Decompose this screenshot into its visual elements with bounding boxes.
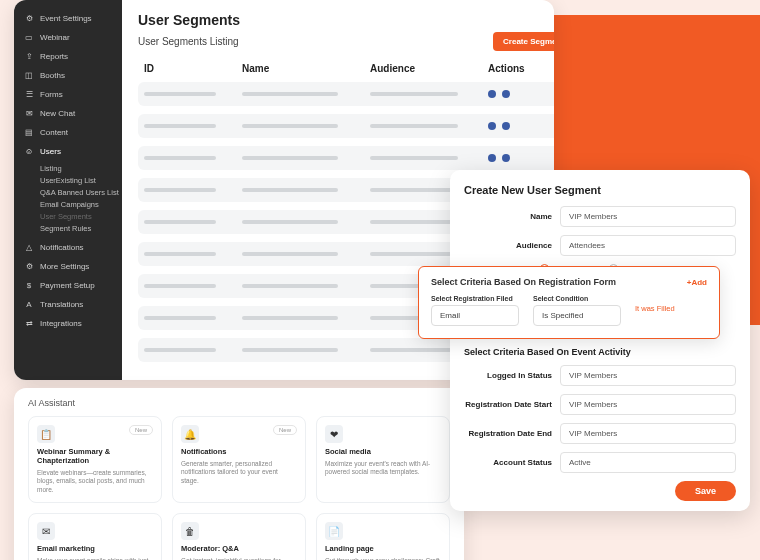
ai-assistant-panel: AI Assistant 📋NewWebinar Summary & Chapt…: [14, 388, 464, 560]
sidebar-item-content[interactable]: ▤Content: [14, 124, 122, 141]
ai-card[interactable]: ❤Social mediaMaximize your event's reach…: [316, 416, 450, 503]
monitor-icon: ▭: [24, 33, 34, 43]
skeleton: [370, 92, 458, 96]
sidebar-sub-listing[interactable]: Listing: [14, 164, 122, 173]
action-dot[interactable]: [502, 90, 510, 98]
reg-criteria-popout: Select Criteria Based On Registration Fo…: [418, 266, 720, 339]
skeleton: [144, 188, 216, 192]
create-segment-button[interactable]: Create Segment: [493, 32, 554, 51]
page-title: User Segments: [138, 12, 554, 28]
action-dot[interactable]: [502, 154, 510, 162]
ai-card-icon: 🔔: [181, 425, 199, 443]
sidebar-item-integrations[interactable]: ⇄Integrations: [14, 315, 122, 332]
action-dot[interactable]: [488, 154, 496, 162]
sidebar-item-new-chat[interactable]: ✉New Chat: [14, 105, 122, 122]
activity-field[interactable]: [560, 452, 736, 473]
skeleton: [370, 252, 458, 256]
ai-card-icon: 📄: [325, 522, 343, 540]
ai-card-icon: ✉: [37, 522, 55, 540]
name-field[interactable]: [560, 206, 736, 227]
sidebar-item-label: Translations: [40, 300, 83, 309]
sidebar-item-label: Payment Setup: [40, 281, 95, 290]
sidebar-item-more-settings[interactable]: ⚙More Settings: [14, 258, 122, 275]
reg-field-select[interactable]: Email: [431, 305, 519, 326]
skeleton: [144, 156, 216, 160]
col-actions: Actions: [488, 63, 554, 74]
form-title: Create New User Segment: [464, 184, 736, 196]
table-row[interactable]: [138, 146, 554, 170]
reg-cond-select[interactable]: Is Specified: [533, 305, 621, 326]
skeleton: [144, 220, 216, 224]
sidebar-item-translations[interactable]: ATranslations: [14, 296, 122, 313]
skeleton: [144, 348, 216, 352]
skeleton: [370, 188, 458, 192]
new-pill: New: [273, 425, 297, 435]
reg-filled-note: It was Filled: [635, 304, 675, 317]
ai-card[interactable]: ✉Email marketingMake your event emails s…: [28, 513, 162, 560]
page-subtitle: User Segments Listing: [138, 36, 239, 47]
activity-label: Registration Date End: [464, 429, 552, 438]
sidebar-item-webinar[interactable]: ▭Webinar: [14, 29, 122, 46]
activity-field[interactable]: [560, 365, 736, 386]
sidebar-item-reports[interactable]: ⇪Reports: [14, 48, 122, 65]
col-audience: Audience: [370, 63, 480, 74]
sidebar-item-label: More Settings: [40, 262, 89, 271]
skeleton: [242, 220, 338, 224]
payment-icon: $: [24, 281, 34, 291]
activity-section-title: Select Criteria Based On Event Activity: [464, 347, 736, 357]
row-actions: [488, 122, 554, 130]
sidebar-item-booths[interactable]: ◫Booths: [14, 67, 122, 84]
sidebar-item-label: Forms: [40, 90, 63, 99]
activity-field[interactable]: [560, 423, 736, 444]
skeleton: [144, 284, 216, 288]
col-name: Name: [242, 63, 362, 74]
name-label: Name: [464, 212, 552, 221]
ai-card[interactable]: 📋NewWebinar Summary & ChapterizationElev…: [28, 416, 162, 503]
action-dot[interactable]: [502, 122, 510, 130]
ai-card-icon: 📋: [37, 425, 55, 443]
sidebar-item-label: Booths: [40, 71, 65, 80]
ai-card[interactable]: 🗑Moderator: Q&AGet instant, insightful q…: [172, 513, 306, 560]
ai-card-title: Notifications: [181, 447, 297, 456]
ai-card-desc: Generate smarter, personalized notificat…: [181, 460, 297, 485]
ai-card[interactable]: 📄Landing pageCut through your copy chall…: [316, 513, 450, 560]
sidebar-item-users[interactable]: ☺Users: [14, 143, 122, 160]
sidebar-sub-segment-rules[interactable]: Segment Rules: [14, 224, 122, 233]
sidebar-sub-userexisting[interactable]: UserExisting List: [14, 176, 122, 185]
sidebar-item-payment[interactable]: $Payment Setup: [14, 277, 122, 294]
sidebar-sub-user-segments[interactable]: User Segments: [14, 212, 122, 221]
ai-card[interactable]: 🔔NewNotificationsGenerate smarter, perso…: [172, 416, 306, 503]
skeleton: [242, 92, 338, 96]
save-button[interactable]: Save: [675, 481, 736, 501]
sidebar-subgroup-users: Listing UserExisting List Q&A Banned Use…: [14, 162, 122, 237]
action-dot[interactable]: [488, 122, 496, 130]
sidebar-item-forms[interactable]: ☰Forms: [14, 86, 122, 103]
integrations-icon: ⇄: [24, 319, 34, 329]
ai-card-title: Social media: [325, 447, 441, 456]
sidebar-item-event-settings[interactable]: ⚙Event Settings: [14, 10, 122, 27]
new-pill: New: [129, 425, 153, 435]
skeleton: [144, 316, 216, 320]
ai-card-title: Landing page: [325, 544, 441, 553]
skeleton: [370, 124, 458, 128]
table-row[interactable]: [138, 82, 554, 106]
skeleton: [242, 284, 338, 288]
chart-icon: ⇪: [24, 52, 34, 62]
sidebar-item-notifications[interactable]: △Notifications: [14, 239, 122, 256]
ai-card-title: Moderator: Q&A: [181, 544, 297, 553]
sidebar-sub-banned[interactable]: Q&A Banned Users List: [14, 188, 122, 197]
activity-field[interactable]: [560, 394, 736, 415]
skeleton: [242, 156, 338, 160]
add-criteria-link[interactable]: +Add: [687, 278, 707, 287]
sidebar-sub-email-campaigns[interactable]: Email Campaigns: [14, 200, 122, 209]
audience-field[interactable]: [560, 235, 736, 256]
skeleton: [144, 92, 216, 96]
table-row[interactable]: [138, 114, 554, 138]
sidebar-item-label: Reports: [40, 52, 68, 61]
sidebar-item-label: Users: [40, 147, 61, 156]
action-dot[interactable]: [488, 90, 496, 98]
ai-card-icon: ❤: [325, 425, 343, 443]
activity-label: Account Status: [464, 458, 552, 467]
skeleton: [242, 188, 338, 192]
reg-field-label: Select Registration Filed: [431, 295, 519, 302]
